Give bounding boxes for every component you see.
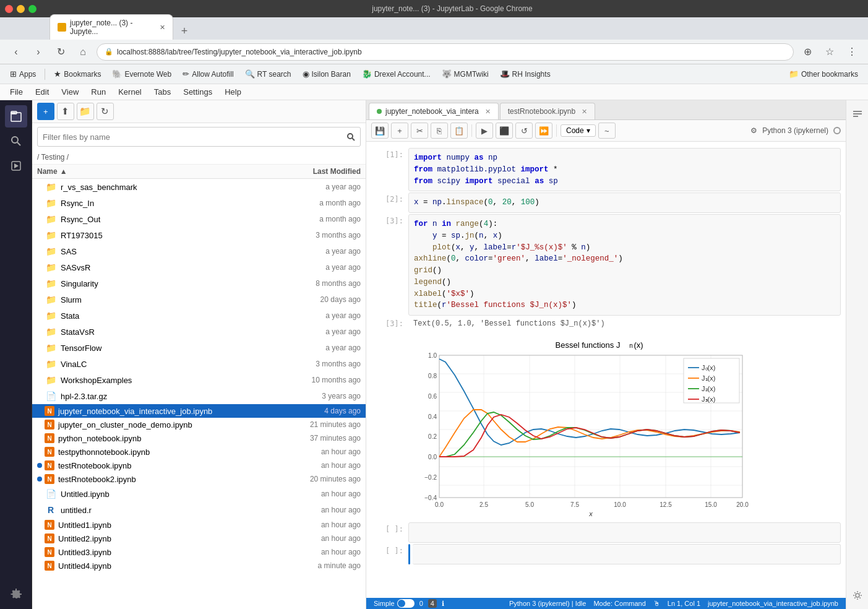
restart-button[interactable]: ↺: [515, 123, 533, 139]
list-item[interactable]: 📁 Singularity 8 months ago: [32, 275, 366, 292]
cell-3-input[interactable]: for n in range(4): y = sp.jn(n, x) plot(…: [408, 214, 841, 316]
list-item[interactable]: 📁 WorkshopExamples 10 months ago: [32, 372, 366, 388]
bookmark-rtsearch[interactable]: 🔍 RT search: [240, 67, 296, 80]
menu-edit[interactable]: Edit: [30, 85, 54, 98]
cell-2-input[interactable]: x = np.linspace(0, 20, 100): [408, 192, 841, 213]
menu-view[interactable]: View: [56, 85, 84, 98]
cell-empty-1-input[interactable]: [408, 522, 841, 543]
notebook-tab-testr[interactable]: testRnotebook.ipynb ✕: [500, 103, 595, 119]
bookmark-other[interactable]: 📁 Other bookmarks: [784, 67, 863, 80]
new-file-button[interactable]: +: [37, 103, 54, 120]
list-item[interactable]: 📁 StataVsR a year ago: [32, 324, 366, 340]
bookmark-drexel[interactable]: 🐉 Drexel Account...: [357, 67, 436, 80]
list-item[interactable]: 📁 SASvsR a year ago: [32, 259, 366, 275]
url-bar[interactable]: 🔒 localhost:8888/lab/tree/Testing/jupyte…: [97, 43, 794, 61]
list-item[interactable]: R untitled.r an hour ago: [32, 502, 366, 518]
sidebar-running-icon[interactable]: [5, 155, 27, 177]
list-item[interactable]: N testRnotebook.ipynb an hour ago: [32, 459, 366, 472]
list-item[interactable]: N Untitled4.ipynb a minute ago: [32, 559, 366, 572]
kernel-settings-icon[interactable]: ⚙: [750, 126, 757, 135]
run-cell-button[interactable]: ▶: [476, 123, 493, 139]
menu-help[interactable]: Help: [220, 85, 246, 98]
new-folder-button[interactable]: 📁: [77, 103, 94, 120]
cell-1-input[interactable]: import numpy as np from matplotlib.pyplo…: [408, 148, 841, 191]
menu-kernel[interactable]: Kernel: [113, 85, 147, 98]
menu-tabs[interactable]: Tabs: [149, 85, 176, 98]
list-item[interactable]: N testpythonnotebook.ipynb an hour ago: [32, 445, 366, 459]
bookmark-button[interactable]: ☆: [821, 43, 838, 61]
sidebar-files-icon[interactable]: [5, 105, 27, 127]
bookmark-evernote[interactable]: 🐘 Evernote Web: [107, 67, 176, 80]
menu-run[interactable]: Run: [86, 85, 111, 98]
maximize-button[interactable]: [28, 5, 37, 13]
bookmark-rhinsights[interactable]: 🎩 RH Insights: [495, 67, 556, 80]
sidebar-search-icon[interactable]: [5, 130, 27, 152]
list-item[interactable]: N python_notebook.ipynb 37 minutes ago: [32, 431, 366, 445]
list-item[interactable]: N Untitled1.ipynb an hour ago: [32, 518, 366, 532]
list-item[interactable]: 📄 Untitled.ipynb an hour ago: [32, 486, 366, 502]
sidebar-extensions-icon[interactable]: [5, 582, 27, 604]
bookmark-bookmarks[interactable]: ★ Bookmarks: [49, 67, 106, 80]
file-search-input[interactable]: [38, 129, 342, 145]
menu-button[interactable]: ⋮: [843, 43, 861, 61]
list-item[interactable]: 📁 VinaLC 3 months ago: [32, 356, 366, 372]
tab-testr-close-button[interactable]: ✕: [582, 108, 587, 116]
search-submit-button[interactable]: [342, 127, 360, 146]
name-column-header[interactable]: Name ▲: [37, 167, 280, 176]
reload-button[interactable]: ↻: [52, 43, 69, 61]
list-item[interactable]: 📁 Rsync_Out a month ago: [32, 211, 366, 227]
add-cell-button[interactable]: +: [391, 123, 408, 139]
extensions-button[interactable]: ⊕: [799, 43, 816, 61]
list-item[interactable]: 📁 Stata a year ago: [32, 308, 366, 324]
list-item[interactable]: 📁 r_vs_sas_benchmark a year ago: [32, 179, 366, 195]
browser-tab-active[interactable]: jupyter_note... (3) - Jupyte... ✕: [49, 14, 173, 40]
info-icon[interactable]: ℹ: [442, 600, 444, 608]
restart-run-button[interactable]: ⏩: [535, 123, 552, 139]
list-item[interactable]: N Untitled3.ipynb an hour ago: [32, 545, 366, 559]
interrupt-button[interactable]: ⬛: [496, 123, 513, 139]
tab-close-button[interactable]: ✕: [485, 108, 491, 116]
list-item[interactable]: 📁 Rsync_In a month ago: [32, 195, 366, 211]
bookmark-mgmtwiki[interactable]: 🐺 MGMTwiki: [437, 67, 494, 80]
list-item[interactable]: N Untitled2.ipynb an hour ago: [32, 532, 366, 545]
right-sidebar-settings[interactable]: [849, 587, 866, 604]
save-button[interactable]: 💾: [371, 123, 389, 139]
minimize-button[interactable]: [17, 5, 25, 13]
back-button[interactable]: ‹: [7, 43, 25, 61]
tab-close-icon[interactable]: ✕: [160, 24, 165, 32]
bookmark-apps[interactable]: ⊞ Apps: [5, 67, 41, 80]
list-item[interactable]: N jupyter_notebook_via_interactive_job.i…: [32, 404, 366, 418]
home-button[interactable]: ⌂: [74, 43, 92, 61]
cell-empty-2-body[interactable]: [408, 544, 841, 564]
list-item[interactable]: 📁 TensorFlow a year ago: [32, 340, 366, 356]
modified-column-header[interactable]: Last Modified: [280, 167, 361, 176]
menu-file[interactable]: File: [5, 85, 28, 98]
new-tab-button[interactable]: +: [176, 22, 193, 40]
forward-button[interactable]: ›: [30, 43, 47, 61]
cell-type-selector[interactable]: Code ▾: [561, 124, 596, 137]
menu-settings[interactable]: Settings: [178, 85, 217, 98]
cell-empty-1-body[interactable]: [408, 522, 841, 543]
copy-cell-button[interactable]: ⎘: [431, 123, 448, 139]
simple-mode-toggle[interactable]: Simple: [374, 599, 415, 608]
list-item[interactable]: 📄 hpl-2.3.tar.gz 3 years ago: [32, 388, 366, 404]
cell-2-body[interactable]: x = np.linspace(0, 20, 100): [408, 192, 841, 213]
list-item[interactable]: N testRnotebook2.ipynb 20 minutes ago: [32, 472, 366, 486]
bookmark-autofill[interactable]: ✏ Allow Autofill: [178, 67, 238, 80]
right-sidebar-property-inspector[interactable]: [849, 105, 866, 123]
cut-cell-button[interactable]: ✂: [411, 123, 428, 139]
cell-3-body[interactable]: for n in range(4): y = sp.jn(n, x) plot(…: [408, 214, 841, 316]
close-button[interactable]: [5, 5, 13, 13]
list-item[interactable]: 📁 RT1973015 3 months ago: [32, 227, 366, 243]
list-item[interactable]: 📁 Slurm 20 days ago: [32, 292, 366, 308]
bookmark-isilon[interactable]: ◉ Isilon Baran: [298, 67, 356, 80]
paste-cell-button[interactable]: 📋: [450, 123, 468, 139]
notebook-tab-active[interactable]: jupyter_notebook_via_intera ✕: [369, 103, 499, 119]
cell-type-extra[interactable]: ~: [598, 123, 616, 139]
upload-button[interactable]: ⬆: [57, 103, 74, 120]
list-item[interactable]: N jupyter_on_cluster_node_demo.ipynb 21 …: [32, 418, 366, 431]
list-item[interactable]: 📁 SAS a year ago: [32, 243, 366, 259]
refresh-button[interactable]: ↻: [97, 103, 114, 120]
cell-empty-2-input[interactable]: [413, 544, 841, 564]
cell-1-body[interactable]: import numpy as np from matplotlib.pyplo…: [408, 148, 841, 191]
